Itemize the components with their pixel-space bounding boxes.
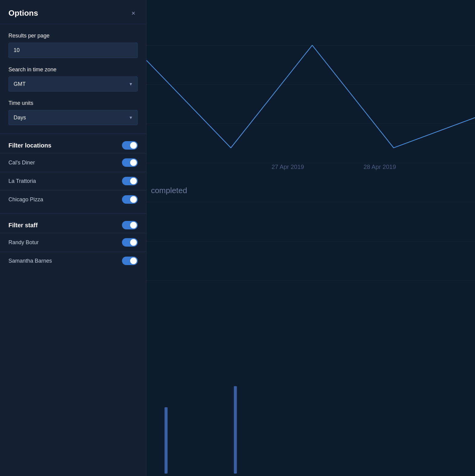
svg-rect-11 xyxy=(234,386,237,474)
time-zone-select[interactable]: GMT UTC EST PST CET xyxy=(8,76,138,92)
svg-text:completed: completed xyxy=(151,186,187,195)
filter-locations-label: Filter locations xyxy=(8,142,51,149)
chicago-pizza-slider xyxy=(122,195,138,204)
cals-diner-label: Cal's Diner xyxy=(8,160,35,166)
results-per-page-label: Results per page xyxy=(8,33,138,39)
filter-locations-header: Filter locations xyxy=(0,134,146,153)
panel-title: Options xyxy=(8,8,38,18)
la-trattoria-slider xyxy=(122,177,138,185)
results-per-page-section: Results per page xyxy=(0,24,146,58)
chicago-pizza-label: Chicago Pizza xyxy=(8,196,43,203)
location-chicago-pizza-row: Chicago Pizza xyxy=(0,190,146,209)
samantha-slider xyxy=(122,257,138,265)
time-zone-section: Search in time zone GMT UTC EST PST CET … xyxy=(0,58,146,92)
filter-staff-slider xyxy=(122,221,138,229)
line-chart: 27 Apr 2019 28 Apr 2019 completed xyxy=(146,0,475,475)
randy-toggle[interactable] xyxy=(122,238,138,247)
results-per-page-input[interactable] xyxy=(8,43,138,58)
options-panel: Options × Results per page Search in tim… xyxy=(0,0,146,476)
svg-text:27 Apr 2019: 27 Apr 2019 xyxy=(271,164,304,170)
staff-randy-row: Randy Botur xyxy=(0,233,146,251)
svg-text:28 Apr 2019: 28 Apr 2019 xyxy=(364,164,396,170)
samantha-toggle[interactable] xyxy=(122,257,138,265)
filter-staff-label: Filter staff xyxy=(8,222,38,229)
time-units-select-wrapper: Days Hours Weeks Months ▼ xyxy=(8,110,138,125)
close-button[interactable]: × xyxy=(129,9,138,18)
location-cals-diner-row: Cal's Diner xyxy=(0,153,146,172)
time-units-label: Time units xyxy=(8,100,138,106)
panel-header: Options × xyxy=(0,0,146,24)
cals-diner-slider xyxy=(122,158,138,167)
cals-diner-toggle[interactable] xyxy=(122,158,138,167)
filter-staff-header: Filter staff xyxy=(0,214,146,233)
svg-rect-10 xyxy=(165,407,168,474)
chart-background: 27 Apr 2019 28 Apr 2019 completed xyxy=(146,0,475,476)
time-zone-label: Search in time zone xyxy=(8,66,138,73)
time-units-select[interactable]: Days Hours Weeks Months xyxy=(8,110,138,125)
randy-label: Randy Botur xyxy=(8,239,39,246)
filter-locations-slider xyxy=(122,141,138,150)
location-la-trattoria-row: La Trattoria xyxy=(0,172,146,190)
staff-samantha-row: Samantha Barnes xyxy=(0,251,146,270)
la-trattoria-label: La Trattoria xyxy=(8,178,36,184)
time-units-section: Time units Days Hours Weeks Months ▼ xyxy=(0,92,146,134)
chicago-pizza-toggle[interactable] xyxy=(122,195,138,204)
samantha-label: Samantha Barnes xyxy=(8,258,52,264)
randy-slider xyxy=(122,238,138,247)
la-trattoria-toggle[interactable] xyxy=(122,177,138,185)
filter-staff-toggle[interactable] xyxy=(122,221,138,229)
filter-locations-toggle[interactable] xyxy=(122,141,138,150)
time-zone-select-wrapper: GMT UTC EST PST CET ▼ xyxy=(8,76,138,92)
